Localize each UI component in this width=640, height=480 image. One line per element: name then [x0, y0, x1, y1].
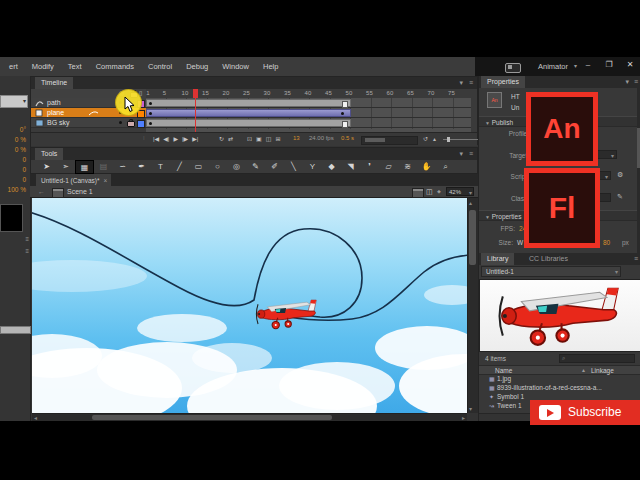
onion-skin[interactable]: ▣ [254, 135, 264, 142]
stage-canvas[interactable] [32, 198, 467, 413]
paint-bucket-tool[interactable]: ◆ [322, 160, 341, 174]
ruler-frame-number[interactable]: 20 [223, 90, 230, 96]
cropped-value[interactable]: 100 % [0, 186, 29, 196]
cropped-value[interactable]: 0 [0, 156, 29, 166]
color-swatch[interactable] [0, 204, 23, 232]
gradient-transform-tool[interactable]: ▤ [94, 160, 113, 174]
step-back[interactable]: ◀| [161, 135, 171, 142]
size-value[interactable]: 80 [603, 239, 610, 246]
cropped-value[interactable]: 0° [0, 126, 29, 136]
subscribe-button[interactable]: Subscribe [530, 400, 640, 425]
library-column-header[interactable]: Name ▲ Linkage [479, 365, 640, 375]
layer-row-bg-sky[interactable]: BG sky [31, 118, 146, 128]
chevron-down-icon[interactable]: ▾ [574, 62, 577, 69]
library-search-input[interactable]: ⌕ [559, 354, 635, 363]
menu-item[interactable]: ert [2, 57, 25, 71]
eyedropper-tool[interactable]: ❜ [360, 160, 379, 174]
ruler-frame-number[interactable]: 50 [346, 90, 353, 96]
cropped-value[interactable]: 0 [0, 166, 29, 176]
pencil-tool[interactable]: ✎ [246, 160, 265, 174]
ruler-frame-number[interactable]: 5 [163, 90, 166, 96]
ruler-frame-number[interactable]: 30 [264, 90, 271, 96]
workspace-switcher[interactable]: Animator [538, 62, 568, 71]
scroll-down-icon[interactable]: ▾ [469, 405, 472, 412]
pen-tool[interactable]: ✒ [132, 160, 151, 174]
stage-zoom-select[interactable]: 42% ▾ [446, 187, 474, 196]
sort-ascending-icon[interactable]: ▲ [581, 367, 586, 373]
ink-bottle-tool[interactable]: ◥ [341, 160, 360, 174]
tab-cc-libraries[interactable]: CC Libraries [523, 253, 574, 265]
layer-name[interactable]: plane [47, 109, 64, 116]
chevron-down-icon[interactable]: ▾ [459, 150, 463, 158]
ruler-frame-number[interactable]: 1 [146, 90, 149, 96]
ruler-frame-number[interactable]: 40 [305, 90, 312, 96]
edit-multiple-frames[interactable]: ⊞ [273, 135, 282, 142]
onion-skin-controls[interactable]: ⊡▣◫⊞ [245, 135, 282, 142]
cropped-value[interactable]: 0 [0, 176, 29, 186]
tab-tools[interactable]: Tools [35, 148, 63, 160]
minimize-button[interactable]: – [580, 60, 596, 69]
onion-skin-outlines[interactable]: ◫ [264, 135, 274, 142]
menu-item[interactable]: Control [141, 57, 179, 71]
go-to-last-frame[interactable]: ▶| [190, 135, 200, 142]
menu-item[interactable]: Help [256, 57, 285, 71]
ruler-frame-number[interactable]: 15 [202, 90, 209, 96]
paint-brush-tool[interactable]: ╲ [284, 160, 303, 174]
selection-tool[interactable]: ➤ [37, 160, 56, 174]
menu-item[interactable]: Modify [25, 57, 61, 71]
layer-visible-dot[interactable] [119, 121, 122, 124]
cropped-dropdown[interactable]: ▾ [0, 95, 28, 108]
timeline-scrollbar-thumb[interactable] [365, 138, 385, 142]
tab-timeline[interactable]: Timeline [35, 77, 73, 89]
edit-scene-icon[interactable] [412, 188, 424, 198]
menu-item[interactable]: Commands [89, 57, 141, 71]
library-item-name[interactable]: Tween 1 [497, 402, 522, 409]
polystar-tool[interactable]: ◎ [227, 160, 246, 174]
menu-item[interactable]: Text [61, 57, 89, 71]
center-frame[interactable]: ⊡ [245, 135, 254, 142]
step-forward[interactable]: |▶ [180, 135, 190, 142]
ruler-frame-number[interactable]: 10 [182, 90, 189, 96]
workspace-layout-icon[interactable] [505, 63, 521, 73]
bone-tool[interactable]: Y [303, 160, 322, 174]
play[interactable]: ▶ [171, 135, 180, 142]
back-arrow-icon[interactable]: ← [38, 188, 45, 195]
drag-handle[interactable]: ⁞ [143, 135, 145, 141]
width-tool[interactable]: ≋ [398, 160, 417, 174]
wrench-icon[interactable]: ⚙ [617, 171, 623, 179]
eraser-tool[interactable]: ▱ [379, 160, 398, 174]
menu-item[interactable]: Debug [179, 57, 215, 71]
center-stage-icon[interactable]: ⌖ [437, 188, 441, 196]
tab-properties[interactable]: Properties [481, 76, 525, 88]
scene-breadcrumb[interactable]: Scene 1 [67, 188, 93, 195]
loop-controls[interactable]: ↻⇄ [217, 135, 235, 142]
scrollbar-thumb[interactable] [469, 210, 476, 265]
library-item-bitmap[interactable]: ▦1.jpg [479, 375, 640, 384]
panel-menu-icon[interactable]: ≡ [634, 78, 638, 85]
chevron-down-icon[interactable]: ▾ [459, 79, 463, 87]
panel-menu-icon[interactable]: ≡ [25, 236, 29, 242]
name-column-header[interactable]: Name [495, 367, 512, 374]
line-tool[interactable]: ╱ [170, 160, 189, 174]
timeline-scrollbar[interactable] [361, 136, 418, 145]
ruler-frame-number[interactable]: 75 [448, 90, 455, 96]
static-frame-span[interactable] [146, 99, 351, 107]
oval-tool[interactable]: ○ [208, 160, 227, 174]
panel-menu-icon[interactable]: ≡ [634, 255, 638, 262]
playhead-line[interactable] [195, 89, 196, 132]
cropped-value[interactable]: 0 % [0, 146, 29, 156]
rectangle-tool[interactable]: ▭ [189, 160, 208, 174]
layer-name[interactable]: BG sky [47, 119, 70, 126]
restore-button[interactable]: ❐ [601, 60, 617, 69]
frame-rate-indicator[interactable]: 24.00 fps [309, 135, 334, 141]
loop-playback[interactable]: ↻ [217, 135, 226, 142]
panel-menu-icon[interactable]: ≡ [469, 79, 473, 86]
library-item-name[interactable]: Symbol 1 [497, 393, 524, 400]
lasso-tool[interactable]: ∽ [113, 160, 132, 174]
cropped-slider[interactable] [0, 326, 31, 334]
static-frame-span[interactable] [146, 119, 351, 127]
ruler-frame-number[interactable]: 65 [407, 90, 414, 96]
library-item-bitmap[interactable]: ▦8939-illustration-of-a-red-cessna-a... [479, 384, 640, 393]
frame-size-slider-knob[interactable] [447, 137, 450, 142]
ruler-frame-number[interactable]: 45 [325, 90, 332, 96]
